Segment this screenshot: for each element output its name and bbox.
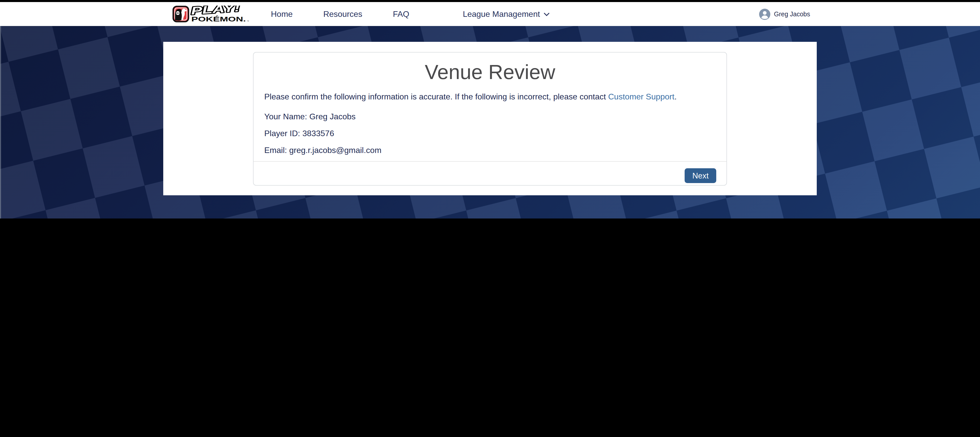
brand-play-text: PLAY! bbox=[191, 5, 240, 17]
chevron-down-icon bbox=[544, 13, 550, 16]
navbar: PLAY! POKÉMON. ™ Home Resources FAQ Leag… bbox=[0, 2, 980, 26]
nav-league-management-label: League Management bbox=[463, 10, 540, 19]
user-menu[interactable]: Greg Jacobs bbox=[759, 8, 810, 20]
venue-review-card: Venue Review Please confirm the followin… bbox=[253, 52, 727, 186]
user-avatar-icon bbox=[759, 8, 770, 20]
top-black-strip bbox=[0, 0, 980, 2]
nav-faq[interactable]: FAQ bbox=[393, 10, 409, 19]
card-body: Venue Review Please confirm the followin… bbox=[253, 52, 727, 161]
main-area: Venue Review Please confirm the followin… bbox=[0, 26, 980, 218]
next-button[interactable]: Next bbox=[685, 168, 716, 183]
page: PLAY! POKÉMON. ™ Home Resources FAQ Leag… bbox=[0, 0, 980, 218]
confirmation-text-after: . bbox=[675, 92, 677, 101]
customer-support-link[interactable]: Customer Support bbox=[608, 92, 675, 101]
left-edge-line bbox=[0, 26, 1, 218]
nav-links: Home Resources FAQ League Management bbox=[271, 10, 550, 19]
player-name-line: Your Name: Greg Jacobs bbox=[264, 111, 716, 123]
content-panel: Venue Review Please confirm the followin… bbox=[163, 42, 817, 195]
play-pokemon-logo-icon: PLAY! POKÉMON. ™ bbox=[172, 5, 249, 23]
play-pokemon-logo[interactable]: PLAY! POKÉMON. ™ bbox=[172, 5, 249, 23]
card-footer: Next bbox=[253, 161, 727, 190]
confirmation-text-before: Please confirm the following information… bbox=[264, 92, 608, 101]
nav-resources[interactable]: Resources bbox=[323, 10, 362, 19]
nav-home[interactable]: Home bbox=[271, 10, 293, 19]
confirmation-text: Please confirm the following information… bbox=[264, 91, 716, 103]
brand-tm-mark: ™ bbox=[247, 20, 249, 22]
brand-pokemon-text: POKÉMON. bbox=[191, 15, 246, 22]
nav-league-management[interactable]: League Management bbox=[463, 10, 549, 19]
page-title: Venue Review bbox=[264, 61, 716, 84]
player-email-line: Email: greg.r.jacobs@gmail.com bbox=[264, 144, 716, 157]
user-name: Greg Jacobs bbox=[774, 10, 810, 17]
player-id-line: Player ID: 3833576 bbox=[264, 127, 716, 140]
